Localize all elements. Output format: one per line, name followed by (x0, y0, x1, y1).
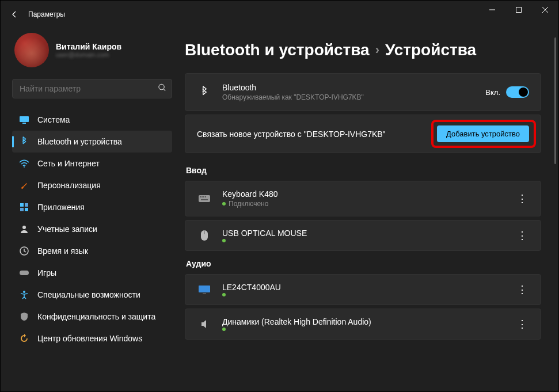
add-device-button[interactable]: Добавить устройство (437, 125, 529, 142)
svg-rect-14 (200, 196, 201, 197)
device-name: Динамики (Realtek High Definition Audio) (222, 317, 515, 326)
pair-device-card: Связать новое устройство с "DESKTOP-IVHG… (185, 115, 541, 153)
apps-icon (19, 202, 29, 212)
sidebar-item-bluetooth[interactable]: Bluetooth и устройства (12, 131, 172, 153)
more-button[interactable]: ⋮ (515, 192, 529, 205)
device-name: Keyboard K480 (222, 189, 515, 199)
sidebar: Виталий Каиров user@domain.com СистемаBl… (1, 28, 179, 391)
user-profile[interactable]: Виталий Каиров user@domain.com (12, 28, 172, 75)
sidebar-item-label: Специальные возможности (37, 290, 140, 299)
sidebar-item-update[interactable]: Центр обновления Windows (12, 328, 172, 349)
close-button[interactable] (532, 1, 558, 19)
breadcrumb: Bluetooth и устройства › Устройства (185, 41, 541, 59)
sidebar-item-person[interactable]: Учетные записи (12, 218, 172, 240)
svg-rect-15 (201, 196, 203, 197)
sidebar-item-gamepad[interactable]: Игры (12, 262, 172, 284)
svg-point-4 (24, 166, 25, 168)
update-icon (19, 333, 29, 344)
sidebar-item-label: Приложения (37, 203, 85, 212)
svg-rect-18 (201, 199, 208, 200)
nav-list: СистемаBluetooth и устройстваСеть и Инте… (12, 109, 172, 349)
wifi-icon (19, 158, 29, 169)
svg-rect-8 (25, 208, 28, 211)
sidebar-item-brush[interactable]: Персонализация (12, 174, 172, 196)
device-card[interactable]: Динамики (Realtek High Definition Audio)… (185, 309, 541, 340)
sidebar-item-shield[interactable]: Конфиденциальность и защита (12, 306, 172, 328)
sidebar-item-label: Учетные записи (37, 224, 97, 234)
sidebar-item-label: Персонализация (37, 181, 101, 190)
avatar (14, 33, 49, 67)
content: Bluetooth и устройства › Устройства Blue… (179, 28, 558, 391)
svg-point-1 (159, 84, 164, 89)
bluetooth-subtitle: Обнаруживаемый как "DESKTOP-IVHG7KB" (222, 93, 485, 101)
pair-text: Связать новое устройство с "DESKTOP-IVHG… (197, 130, 437, 139)
svg-rect-6 (25, 203, 28, 207)
more-button[interactable]: ⋮ (515, 318, 529, 330)
section-header-input: Ввод (186, 166, 541, 175)
status-dot (222, 239, 226, 242)
sidebar-item-accessibility[interactable]: Специальные возможности (12, 284, 172, 306)
sidebar-item-monitor[interactable]: Система (12, 109, 172, 131)
sidebar-item-label: Игры (37, 268, 56, 277)
search-icon (158, 83, 166, 94)
scrollbar[interactable] (554, 37, 556, 164)
svg-rect-7 (20, 208, 24, 211)
search-wrap (12, 79, 172, 98)
speaker-icon (197, 319, 212, 329)
chevron-right-icon: › (375, 43, 379, 58)
sidebar-item-label: Система (37, 115, 70, 124)
accessibility-icon (19, 290, 29, 300)
device-card[interactable]: Keyboard K480Подключено⋮ (185, 181, 541, 216)
sidebar-item-apps[interactable]: Приложения (12, 196, 172, 218)
more-button[interactable]: ⋮ (515, 229, 529, 242)
window-controls (479, 1, 558, 19)
svg-rect-17 (205, 196, 206, 197)
bluetooth-icon (19, 136, 29, 147)
bluetooth-icon (197, 86, 212, 98)
svg-rect-11 (20, 271, 29, 275)
minimize-button[interactable] (479, 1, 505, 19)
sidebar-item-clock[interactable]: Время и язык (12, 240, 172, 262)
user-name: Виталий Каиров (56, 42, 121, 51)
clock-icon (19, 246, 29, 256)
search-input[interactable] (12, 79, 172, 98)
device-name: USB OPTICAL MOUSE (222, 229, 515, 238)
svg-rect-0 (516, 7, 522, 13)
more-button[interactable]: ⋮ (515, 283, 529, 296)
svg-rect-2 (20, 116, 29, 122)
svg-rect-21 (199, 286, 210, 292)
titlebar: Параметры (1, 1, 558, 28)
back-button[interactable] (3, 3, 26, 26)
bluetooth-state-label: Вкл. (485, 88, 500, 97)
keyboard-icon (197, 195, 212, 203)
sidebar-item-label: Конфиденциальность и защита (37, 312, 155, 321)
breadcrumb-parent[interactable]: Bluetooth и устройства (185, 41, 370, 59)
brush-icon (19, 180, 29, 191)
sidebar-item-label: Сеть и Интернет (37, 159, 100, 168)
maximize-button[interactable] (505, 1, 532, 19)
svg-point-9 (22, 226, 26, 229)
status-dot (222, 293, 226, 296)
device-card[interactable]: USB OPTICAL MOUSE⋮ (185, 220, 541, 251)
device-name: LE24CT4000AU (222, 283, 515, 292)
shield-icon (19, 311, 29, 322)
device-card[interactable]: LE24CT4000AU⋮ (185, 274, 541, 305)
sidebar-item-label: Время и язык (37, 246, 88, 256)
window-title: Параметры (28, 10, 65, 18)
svg-rect-3 (22, 123, 26, 124)
svg-point-12 (23, 291, 25, 293)
user-email: user@domain.com (56, 51, 121, 58)
svg-rect-13 (199, 195, 210, 202)
mouse-icon (197, 230, 212, 241)
bluetooth-card: Bluetooth Обнаруживаемый как "DESKTOP-IV… (185, 73, 541, 111)
breadcrumb-current: Устройства (385, 41, 476, 59)
bluetooth-toggle[interactable] (506, 86, 529, 98)
status-dot (222, 328, 226, 331)
monitor-blue-icon (197, 285, 212, 294)
device-status: Подключено (229, 200, 268, 208)
svg-rect-5 (20, 203, 24, 207)
gamepad-icon (19, 268, 29, 278)
sidebar-item-wifi[interactable]: Сеть и Интернет (12, 153, 172, 174)
section-header-audio: Аудио (186, 259, 541, 268)
svg-rect-16 (203, 196, 204, 197)
